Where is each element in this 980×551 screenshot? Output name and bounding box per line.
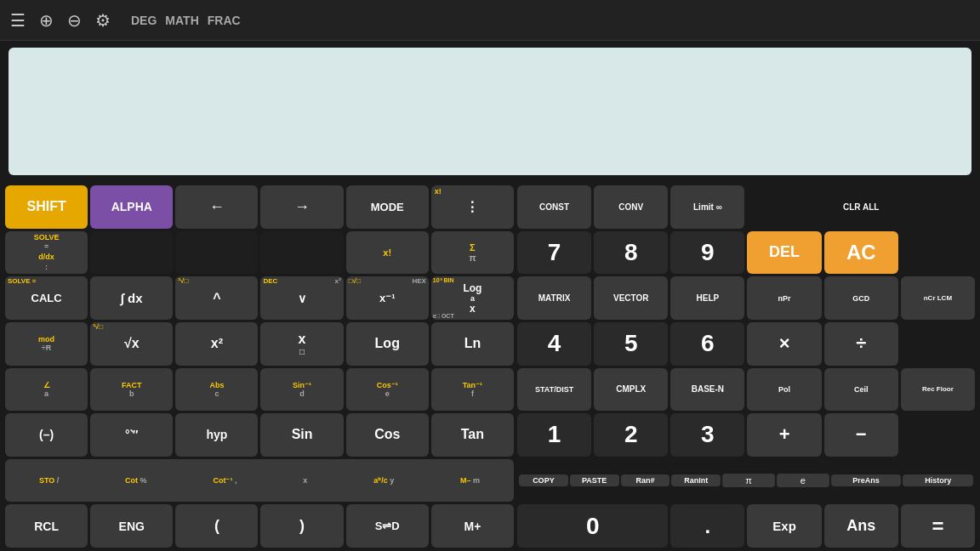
vector-button[interactable]: VECTOR: [594, 276, 668, 320]
mod-button[interactable]: mod ÷R: [5, 322, 88, 366]
shift-button[interactable]: SHIFT: [5, 185, 88, 229]
calc-button[interactable]: SOLVE = CALC: [5, 276, 88, 320]
empty-top-right2: [901, 185, 975, 229]
log-button[interactable]: Log: [346, 322, 429, 366]
xfact-button[interactable]: x!: [346, 231, 429, 275]
right-arrow-button[interactable]: →: [260, 185, 343, 229]
empty-r2c4: [260, 231, 343, 275]
empty-r2-right: [901, 231, 975, 275]
empty-r6-right: [901, 413, 975, 457]
num2-button[interactable]: 2: [594, 413, 668, 457]
matrix-button[interactable]: MATRIX: [517, 276, 591, 320]
ln-button[interactable]: Ln: [431, 322, 514, 366]
xpow-button[interactable]: x□: [260, 322, 343, 366]
copy-button[interactable]: COPY: [519, 474, 568, 486]
alpha-button[interactable]: ALPHA: [90, 185, 173, 229]
menu-icon[interactable]: ☰: [10, 10, 26, 31]
ans-button[interactable]: Ans: [824, 504, 898, 548]
equals-button[interactable]: =: [901, 504, 975, 548]
eng-button[interactable]: ENG: [90, 504, 173, 548]
zoom-in-icon[interactable]: ⊕: [39, 10, 54, 31]
rparen-button[interactable]: ): [260, 504, 343, 548]
zoom-out-icon[interactable]: ⊖: [67, 10, 82, 31]
ranhash-button[interactable]: Ran#: [621, 474, 670, 486]
math-mode[interactable]: MATH: [165, 14, 198, 27]
num6-button[interactable]: 6: [670, 322, 744, 366]
right-panel: CONST CONV Limit ∞ CLR ALL 7 8 9 DEL AC …: [517, 185, 975, 548]
e-button[interactable]: e: [777, 474, 829, 487]
mplus-button[interactable]: M+: [431, 504, 514, 548]
num7-button[interactable]: 7: [517, 231, 591, 275]
rec-floor-button[interactable]: Rec Floor: [901, 368, 975, 412]
history-button[interactable]: History: [903, 474, 973, 486]
ceil-button[interactable]: Ceil: [824, 368, 898, 412]
settings-icon[interactable]: ⚙: [95, 10, 111, 31]
xinv-button[interactable]: □√□ HEX x⁻¹: [346, 276, 429, 320]
sin-inv-button[interactable]: Sin⁻¹ d: [260, 368, 343, 412]
gcd-button[interactable]: GCD: [824, 276, 898, 320]
sigma-pi-button[interactable]: Σ π: [431, 231, 514, 275]
cos-button[interactable]: Cos: [346, 413, 429, 457]
hyp-button[interactable]: hyp: [175, 413, 258, 457]
sto-row[interactable]: STO / Cot % Cot⁻¹ , x aᵇ/c y M– m: [5, 459, 514, 503]
fact-b-button[interactable]: FACT b: [90, 368, 173, 412]
limit-button[interactable]: Limit ∞: [670, 185, 744, 229]
base-n-button[interactable]: BASE-N: [670, 368, 744, 412]
neg-button[interactable]: (–): [5, 413, 88, 457]
frac-mode[interactable]: FRAC: [208, 14, 241, 27]
sqrt-button[interactable]: ³√□ √x: [90, 322, 173, 366]
solve-button[interactable]: SOLVE = d/dx :: [5, 231, 88, 275]
integral-button[interactable]: ∫ dx: [90, 276, 173, 320]
pi-button[interactable]: π: [722, 474, 775, 487]
topbar: ☰ ⊕ ⊖ ⚙ DEG MATH FRAC: [0, 0, 980, 41]
tan-button[interactable]: Tan: [431, 413, 514, 457]
vee-button[interactable]: DEC x³ ∨: [260, 276, 343, 320]
empty-top-right: [747, 185, 821, 229]
pol-button[interactable]: Pol: [747, 368, 821, 412]
left-arrow-button[interactable]: ←: [175, 185, 258, 229]
xsquared-button[interactable]: x²: [175, 322, 258, 366]
ac-button[interactable]: AC: [824, 231, 898, 275]
calc-area: SHIFT ALPHA ← → MODE x! ⋮ SOLVE = d/dx :…: [0, 182, 980, 551]
num1-button[interactable]: 1: [517, 413, 591, 457]
conv-button[interactable]: CONV: [594, 185, 668, 229]
ranint-button[interactable]: RanInt: [671, 474, 721, 486]
tan-inv-button[interactable]: Tan⁻¹ f: [431, 368, 514, 412]
logax-button[interactable]: 10ˣ BIN e□ OCT Logax: [431, 276, 514, 320]
num3-button[interactable]: 3: [670, 413, 744, 457]
npr-button[interactable]: nPr: [747, 276, 821, 320]
preans-button[interactable]: PreAns: [831, 474, 902, 486]
dms-button[interactable]: °‵″: [90, 413, 173, 457]
num9-button[interactable]: 9: [670, 231, 744, 275]
del-button[interactable]: DEL: [747, 231, 821, 275]
paste-button[interactable]: PASTE: [570, 474, 619, 486]
caret-button[interactable]: ³√□ ^: [175, 276, 258, 320]
num4-button[interactable]: 4: [517, 322, 591, 366]
stat-dist-button[interactable]: STAT/DIST: [517, 368, 591, 412]
multiply-button[interactable]: ×: [747, 322, 821, 366]
divide-button[interactable]: ÷: [824, 322, 898, 366]
deg-mode[interactable]: DEG: [131, 14, 157, 27]
cos-inv-button[interactable]: Cos⁻¹ e: [346, 368, 429, 412]
exp-button[interactable]: Exp: [747, 504, 821, 548]
dot-button[interactable]: .: [670, 504, 744, 548]
plus-button[interactable]: +: [747, 413, 821, 457]
empty-r4-right: [901, 322, 975, 366]
num0-button[interactable]: 0: [517, 504, 668, 548]
ncr-lcm-button[interactable]: nCr LCM: [901, 276, 975, 320]
num8-button[interactable]: 8: [594, 231, 668, 275]
help-button[interactable]: HELP: [670, 276, 744, 320]
sin-button[interactable]: Sin: [260, 413, 343, 457]
std-button[interactable]: S⇌D: [346, 504, 429, 548]
const-button[interactable]: CONST: [517, 185, 591, 229]
rcl-button[interactable]: RCL: [5, 504, 88, 548]
angle-button[interactable]: ∠ a: [5, 368, 88, 412]
mode-button[interactable]: MODE: [346, 185, 429, 229]
mode-indicators: DEG MATH FRAC: [131, 14, 241, 27]
lparen-button[interactable]: (: [175, 504, 258, 548]
cmplx-button[interactable]: CMPLX: [594, 368, 668, 412]
num5-button[interactable]: 5: [594, 322, 668, 366]
menu-dots-button[interactable]: x! ⋮: [431, 185, 514, 229]
minus-button[interactable]: −: [824, 413, 898, 457]
abs-c-button[interactable]: Abs c: [175, 368, 258, 412]
